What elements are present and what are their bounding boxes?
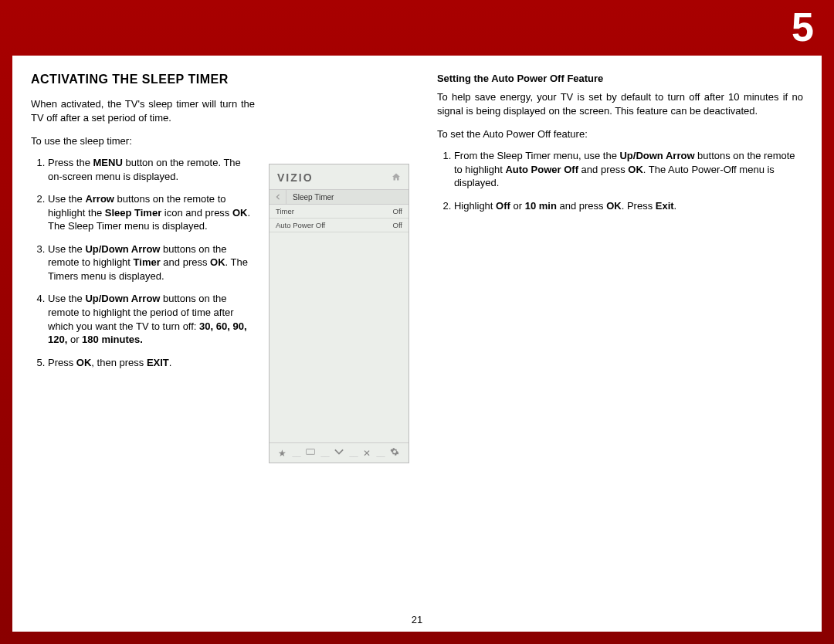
page-number: 21 <box>12 614 822 625</box>
step-item: Press OK, then press EXIT. <box>48 356 255 370</box>
osd-breadcrumb: Sleep Timer <box>270 189 409 205</box>
steps-list: From the Sleep Timer menu, use the Up/Do… <box>437 149 803 212</box>
gear-icon <box>390 447 399 459</box>
step-item: Use the Arrow buttons on the remote to h… <box>48 192 255 233</box>
bold-text: Up/Down Arrow <box>85 243 160 255</box>
bold-text: Up/Down Arrow <box>85 293 160 304</box>
home-icon <box>392 171 401 185</box>
osd-row: Auto Power Off Off <box>270 219 409 232</box>
intro-paragraph: To help save energy, your TV is set by d… <box>437 90 803 117</box>
bold-text: Sleep Timer <box>105 207 161 219</box>
step-item: Use the Up/Down Arrow buttons on the rem… <box>48 292 255 346</box>
osd-row-label: Timer <box>276 207 294 215</box>
svg-rect-0 <box>307 449 315 455</box>
back-arrow-icon <box>270 190 286 204</box>
text: Press <box>48 357 76 368</box>
chevron-down-icon <box>334 447 344 459</box>
step-item: Highlight Off or 10 min and press OK. Pr… <box>454 199 803 213</box>
text: and press <box>161 256 210 268</box>
wide-icon <box>306 447 315 459</box>
text: or <box>510 200 525 212</box>
osd-footer: ★__ __ __ ✕__ <box>270 442 409 463</box>
bold-text: OK <box>76 357 92 368</box>
text: or <box>67 334 82 345</box>
step-item: Press the MENU button on the remote. The… <box>48 156 255 183</box>
text: . <box>674 200 677 212</box>
osd-row-value: Off <box>393 221 403 229</box>
bold-text: Auto Power Off <box>505 164 578 175</box>
text: Press the <box>48 157 93 168</box>
steps-list: Press the MENU button on the remote. The… <box>31 156 255 369</box>
page-body: Activating the Sleep Timer When activate… <box>12 56 822 632</box>
step-item: From the Sleep Timer menu, use the Up/Do… <box>454 149 803 190</box>
osd-menu-screenshot: VIZIO Sleep Timer Timer <box>269 164 409 463</box>
star-icon: ★ <box>278 448 286 459</box>
lead-in-text: To use the sleep timer: <box>31 135 255 147</box>
bold-text: Exit <box>656 200 674 212</box>
close-icon: ✕ <box>363 448 371 459</box>
bold-text: OK <box>606 200 622 212</box>
text: Use the <box>48 193 85 205</box>
chapter-number: 5 <box>792 4 814 50</box>
osd-row: Timer Off <box>270 205 409 219</box>
vizio-logo: VIZIO <box>277 171 314 184</box>
section-title: Activating the Sleep Timer <box>31 73 255 86</box>
text: Use the <box>48 243 85 255</box>
text: and press <box>578 164 628 175</box>
bold-text: MENU <box>93 157 123 168</box>
bold-text: Off <box>496 200 510 212</box>
text: and press <box>557 200 606 212</box>
step-item: Use the Up/Down Arrow buttons on the rem… <box>48 242 255 283</box>
text: From the Sleep Timer menu, use the <box>454 150 620 161</box>
subheading: Setting the Auto Power Off Feature <box>437 73 803 84</box>
bold-text: Arrow <box>85 193 114 205</box>
bold-text: Up/Down Arrow <box>619 150 694 161</box>
text: . Press <box>622 200 656 212</box>
text: icon and press <box>161 207 232 219</box>
bold-text: EXIT <box>147 357 169 368</box>
intro-paragraph: When activated, the TV's sleep timer wil… <box>31 97 255 124</box>
text: , then press <box>91 357 147 368</box>
text: . <box>169 357 172 368</box>
osd-row-label: Auto Power Off <box>276 221 325 229</box>
bold-text: Timer <box>134 256 161 268</box>
bold-text: OK <box>628 164 643 175</box>
bold-text: OK <box>232 207 248 219</box>
bold-text: 180 minutes. <box>82 334 143 345</box>
bold-text: OK <box>210 256 225 268</box>
text: Use the <box>48 293 85 304</box>
breadcrumb-label: Sleep Timer <box>286 193 334 202</box>
bold-text: 10 min <box>525 200 557 212</box>
lead-in-text: To set the Auto Power Off feature: <box>437 128 803 140</box>
osd-row-value: Off <box>393 207 403 215</box>
text: Highlight <box>454 200 496 212</box>
